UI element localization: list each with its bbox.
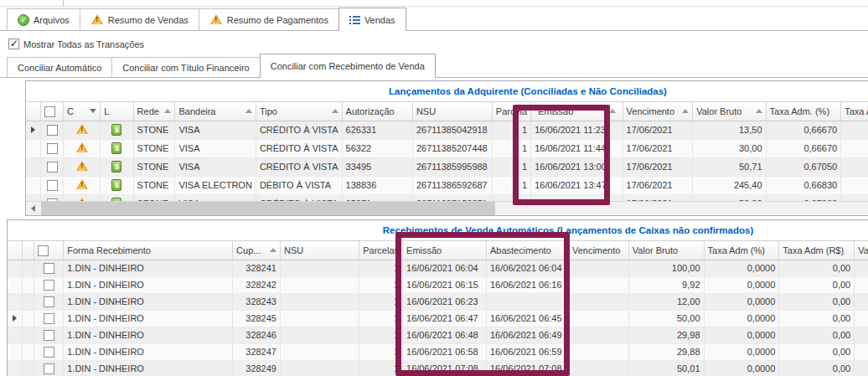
subtab-conciliar-recebimento-venda[interactable]: Conciliar com Recebimento de Venda <box>260 54 436 78</box>
tab-resumo-de-pagamentos[interactable]: ! Resumo de Pagamentos <box>199 8 339 30</box>
col-header-c[interactable]: C <box>64 102 101 121</box>
acquirer-row-2[interactable]: ! $ STONE VISA CRÉDITO À VISTA 33495 267… <box>26 157 868 176</box>
receipts-row-1[interactable]: 1.DIN - DINHEIRO 328242 1 16/06/2021 06:… <box>8 276 868 293</box>
tab-arquivos[interactable]: ✓ Arquivos <box>7 8 80 30</box>
cell-taxa-adm-pct: 0,0000 <box>704 293 779 310</box>
col-header-parcela[interactable]: Parcela <box>492 102 530 121</box>
tab-resumo-de-vendas[interactable]: ! Resumo de Vendas <box>80 8 199 30</box>
col-header-taxa-adm-rs[interactable]: Taxa Adm (R$) <box>779 241 855 260</box>
receipts-row-3[interactable]: 1.DIN - DINHEIRO 328245 1 16/06/2021 06:… <box>8 310 868 327</box>
row-checkbox[interactable] <box>44 296 54 307</box>
acquirer-row-3[interactable]: ! $ STONE VISA ELECTRON DÉBITO À VISTA 1… <box>26 176 868 194</box>
horizontal-scrollbar[interactable] <box>26 201 868 215</box>
row-checkbox[interactable] <box>44 347 54 358</box>
acquirer-grid-panel: Lançamentos da Adquirente (Conciliadas e… <box>25 80 868 216</box>
filter-down-icon[interactable] <box>90 109 96 113</box>
row-checkbox[interactable] <box>44 330 54 341</box>
sort-asc-icon <box>332 109 338 113</box>
subtab-conciliar-automatico[interactable]: Conciliar Automático <box>7 57 112 77</box>
cell-abastecimento: 16/06/2021 06:59 <box>486 343 568 360</box>
col-header-cupom[interactable]: Cup... <box>233 241 281 260</box>
receipts-row-2[interactable]: 1.DIN - DINHEIRO 328243 1 16/06/2021 06:… <box>8 293 868 310</box>
row-select[interactable] <box>34 260 64 276</box>
cell-vencimento: 17/06/2021 <box>623 157 693 176</box>
col-header-abastecimento[interactable]: Abastecimento <box>486 241 568 260</box>
subtab-label: Conciliar com Título Financeiro <box>122 63 249 73</box>
warning-icon: ! <box>75 179 89 190</box>
col-header-bandeira[interactable]: Bandeira <box>175 102 256 121</box>
cell-autorizacao: 138836 <box>342 176 412 194</box>
select-all-checkbox[interactable] <box>44 106 55 117</box>
col-header-rede[interactable]: Rede <box>133 102 175 121</box>
row-checkbox[interactable] <box>47 125 58 136</box>
scroll-left-button[interactable] <box>26 202 40 215</box>
row-indicator <box>8 293 23 310</box>
receipts-row-0[interactable]: 1.DIN - DINHEIRO 328241 1 16/06/2021 06:… <box>8 260 868 276</box>
toolbar-divider <box>63 0 64 7</box>
row-select[interactable] <box>34 343 64 360</box>
col-header-valor-bruto[interactable]: Valor Bruto <box>628 241 704 260</box>
col-header-nsu[interactable]: NSU <box>412 102 492 121</box>
col-header-tipo[interactable]: Tipo <box>256 102 342 121</box>
scrollbar-thumb[interactable] <box>41 202 495 215</box>
acquirer-row-0[interactable]: ! $ STONE VISA CRÉDITO À VISTA 626331 26… <box>26 121 868 139</box>
col-header-valor-bruto[interactable]: Valor Bruto <box>693 102 766 121</box>
col-header-taxa-adm-pct[interactable]: Taxa Adm. (%) <box>766 102 841 121</box>
col-header-vencimento[interactable]: Vencimento <box>568 241 628 260</box>
receipts-grid-title: Recebimentos de Venda Automáticos (Lança… <box>8 220 868 241</box>
row-checkbox[interactable] <box>44 363 54 374</box>
select-all-checkbox[interactable] <box>38 245 49 256</box>
select-all-header[interactable] <box>41 102 64 121</box>
row-select[interactable] <box>41 139 64 157</box>
cell-forma: 1.DIN - DINHEIRO <box>64 276 233 293</box>
acquirer-grid: C L Rede Bandeira Tipo Autorização NSU P… <box>26 102 868 214</box>
col-header-nsu[interactable]: NSU <box>280 241 359 260</box>
col-header-parcelas[interactable]: Parcelas <box>359 241 403 260</box>
cell-nsu: 26711386592687 <box>412 176 492 194</box>
col-header-valor[interactable]: Valor <box>855 241 868 260</box>
row-checkbox[interactable] <box>47 180 58 191</box>
select-all-header[interactable] <box>34 241 64 260</box>
show-all-checkbox[interactable] <box>8 39 19 49</box>
cell-l: $ <box>101 139 133 157</box>
receipts-row-4[interactable]: 1.DIN - DINHEIRO 328246 1 16/06/2021 06:… <box>8 327 868 343</box>
col-header-autorizacao[interactable]: Autorização <box>342 102 412 121</box>
row-checkbox[interactable] <box>47 162 58 173</box>
row-select[interactable] <box>34 327 64 343</box>
col-header-emissao[interactable]: Emissão <box>403 241 487 260</box>
sort-asc-icon <box>609 109 616 113</box>
col-header-taxa-adm-pct[interactable]: Taxa Adm (%) <box>704 241 779 260</box>
cell-taxa-adm-pct: 0,0000 <box>704 260 779 276</box>
warning-icon: ! <box>90 14 104 25</box>
receipts-grid: Forma Recebimento Cup... NSU Parcelas Em… <box>8 241 868 376</box>
subtab-conciliar-titulo-financeiro[interactable]: Conciliar com Título Financeiro <box>111 57 260 77</box>
tab-vendas[interactable]: Vendas <box>338 8 406 31</box>
cell-emissao: 16/06/2021 13:47 <box>531 176 623 194</box>
row-checkbox[interactable] <box>44 280 54 291</box>
col-header-emissao[interactable]: Emissão <box>531 102 623 121</box>
acquirer-row-1[interactable]: ! $ STONE VISA CRÉDITO À VISTA 56322 267… <box>26 139 868 157</box>
receipts-row-6[interactable]: 1.DIN - DINHEIRO 328249 1 16/06/2021 07:… <box>8 360 868 376</box>
cell-nsu: 26711385995988 <box>412 157 492 176</box>
row-select[interactable] <box>41 157 64 176</box>
row-select[interactable] <box>41 176 64 194</box>
col-header-vencimento[interactable]: Vencimento <box>623 102 693 121</box>
row-checkbox[interactable] <box>47 143 58 154</box>
cell-valor-bruto: 29,98 <box>628 327 704 343</box>
cell-rede: STONE <box>133 139 175 157</box>
row-select[interactable] <box>34 360 64 376</box>
col-header-taxa-adm-rs[interactable]: Taxa Adm. (R$) <box>841 102 868 121</box>
receipts-row-5[interactable]: 1.DIN - DINHEIRO 328247 1 16/06/2021 06:… <box>8 343 868 360</box>
row-select[interactable] <box>34 310 64 327</box>
cell-taxa-adm-rs <box>841 121 868 139</box>
cell-autorizacao: 56322 <box>342 139 412 157</box>
col-header-l[interactable]: L <box>101 102 133 121</box>
cell-vencimento <box>568 327 628 343</box>
row-select[interactable] <box>34 293 64 310</box>
row-select[interactable] <box>41 121 64 139</box>
cell-nsu: 26711385042918 <box>412 121 492 139</box>
row-select[interactable] <box>34 276 64 293</box>
col-header-forma[interactable]: Forma Recebimento <box>64 241 233 260</box>
row-checkbox[interactable] <box>44 263 54 274</box>
row-checkbox[interactable] <box>44 313 54 324</box>
